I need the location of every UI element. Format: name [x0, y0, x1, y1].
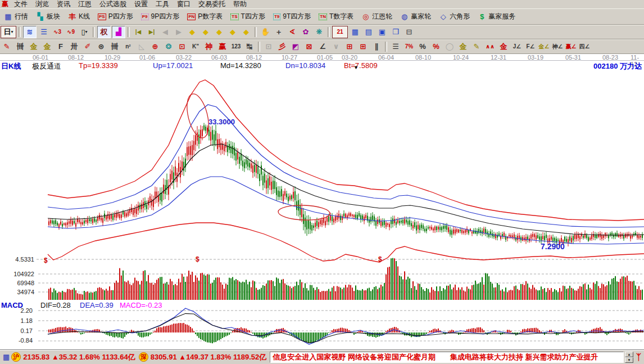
9t-square-button[interactable]: T99T四方形: [269, 9, 315, 24]
circle-gauge-tool[interactable]: ⊛: [95, 41, 107, 52]
spinner-up-button[interactable]: ▲: [625, 352, 633, 357]
diamond-compress-button[interactable]: ◆: [226, 26, 239, 38]
first-page-button[interactable]: |◀: [132, 26, 144, 38]
notepad-button[interactable]: ▤: [362, 26, 375, 38]
k-quote-tool[interactable]: K": [189, 41, 202, 52]
shen-angle-tool[interactable]: 神∠: [551, 41, 564, 52]
t-square-button[interactable]: TST四方形: [226, 9, 269, 24]
wave-9-tool[interactable]: ∿9: [65, 26, 77, 38]
diamond-shrink-left-button[interactable]: ◆: [186, 26, 198, 38]
menu-item-3[interactable]: 江恩: [74, 0, 96, 9]
gann-fan-tool[interactable]: 彡: [276, 41, 288, 52]
chevron-down-icon[interactable]: ▾: [11, 27, 13, 37]
numbered-grid-tool[interactable]: 123: [230, 41, 242, 52]
j-angle-tool[interactable]: J∠: [511, 41, 523, 52]
percent-tool[interactable]: %: [416, 41, 429, 52]
restore-rights-tool[interactable]: 权: [97, 26, 111, 38]
fan-square-tool[interactable]: ◩: [289, 41, 302, 52]
shen-grid-tool[interactable]: 神: [203, 41, 215, 52]
menu-item-6[interactable]: 工具: [152, 0, 173, 9]
angle-measure-tool[interactable]: ∢: [286, 26, 298, 38]
net-square-tool[interactable]: ⊠: [303, 41, 315, 52]
period-day-dropdown[interactable]: 日▾: [1, 26, 16, 38]
sectors-button[interactable]: ▚板块: [32, 9, 64, 24]
circle-cross-tool[interactable]: ⊕: [149, 41, 161, 52]
menu-item-5[interactable]: 设置: [130, 0, 152, 9]
level-steps-tool[interactable]: ☰: [389, 41, 402, 52]
width-measure-tool[interactable]: ↹: [243, 41, 256, 52]
quote-grid-icon[interactable]: ▦: [3, 353, 10, 361]
chevron-down-icon[interactable]: ▾: [85, 27, 88, 37]
n2-grid-tool[interactable]: n²: [122, 41, 134, 52]
frame-tool[interactable]: ⊡: [262, 41, 275, 52]
menu-item-9[interactable]: 帮助: [229, 0, 251, 9]
time-grid-tool[interactable]: 卌: [14, 41, 26, 52]
percent-retrace-tool[interactable]: 7%: [403, 41, 415, 52]
net-save-button[interactable]: ❒: [389, 26, 402, 38]
gold-brush-tool[interactable]: ✎: [470, 41, 483, 52]
gann-wheel-button[interactable]: ◎江恩轮: [357, 9, 396, 24]
winner-wheel-button[interactable]: ◍赢家轮: [396, 9, 435, 24]
quotes-button[interactable]: ▦行情: [0, 9, 32, 24]
last-page-button[interactable]: ▶|: [146, 26, 158, 38]
trend-mode-tool[interactable]: ≋: [23, 26, 37, 38]
diamond-expand-button[interactable]: ◆: [213, 26, 225, 38]
grid-box-2-tool[interactable]: ⊞: [357, 41, 369, 52]
spinner-down-button[interactable]: ▼: [625, 357, 633, 363]
menu-item-0[interactable]: 文件: [10, 0, 31, 9]
pen-tool[interactable]: ✎: [1, 41, 13, 52]
diamond-shrink-right-button[interactable]: ◆: [199, 26, 212, 38]
crosshair-tool[interactable]: ＋: [273, 26, 285, 38]
p-number-table-button[interactable]: PNP数字表: [183, 9, 226, 24]
gold-levels-tool[interactable]: 金: [457, 41, 469, 52]
info-list-tool[interactable]: ☰: [38, 26, 50, 38]
gold-box-tool[interactable]: 金: [497, 41, 510, 52]
angle-lines-tool[interactable]: ∠: [316, 41, 329, 52]
protractor-tool[interactable]: ◺: [135, 41, 148, 52]
calendar-21-button[interactable]: 21: [332, 26, 348, 38]
gold-grid-tool[interactable]: 金: [28, 41, 40, 52]
winner-service-button[interactable]: $赢家服务: [474, 9, 519, 24]
next-screen-button[interactable]: ▶: [173, 26, 185, 38]
pen-2-tool[interactable]: ✐: [81, 41, 94, 52]
spiral-grid-tool[interactable]: 卅: [68, 41, 80, 52]
gold-grid-2-tool[interactable]: 金: [41, 41, 53, 52]
t-number-table-button[interactable]: TNT数字表: [315, 9, 357, 24]
calculator-button[interactable]: ▦: [349, 26, 361, 38]
pan-hand-tool[interactable]: ✋: [259, 26, 271, 38]
gann-shell-tool[interactable]: ❋: [313, 26, 325, 38]
percent-lines-tool[interactable]: %: [430, 41, 442, 52]
ying-angle-tool[interactable]: 赢∠: [565, 41, 577, 52]
four-angle-tool[interactable]: 四∠: [578, 41, 591, 52]
save-button[interactable]: ▣: [376, 26, 388, 38]
petal-circle-tool[interactable]: ❂: [162, 41, 175, 52]
parallel-lines-tool[interactable]: ∥: [370, 41, 383, 52]
gold-circle-tool[interactable]: ◯: [443, 41, 456, 52]
kline-button[interactable]: 丰K线: [64, 9, 94, 24]
prev-screen-button[interactable]: ◀: [159, 26, 171, 38]
menu-item-2[interactable]: 资讯: [53, 0, 74, 9]
menu-item-7[interactable]: 窗口: [173, 0, 194, 9]
ying-grid-tool[interactable]: 赢: [216, 41, 229, 52]
gold-angle-tool[interactable]: 金∠: [538, 41, 550, 52]
p-square-button[interactable]: PSP四方形: [94, 9, 137, 24]
intraday-chart-tool[interactable]: ▟: [112, 26, 125, 38]
boxed-circle-tool[interactable]: ⊡: [176, 41, 188, 52]
menu-item-8[interactable]: 交易委托: [194, 0, 229, 9]
menu-item-4[interactable]: 公式选股: [96, 0, 130, 9]
9p-square-button[interactable]: P99P四方形: [137, 9, 183, 24]
grid-box-tool[interactable]: ⊞: [343, 41, 356, 52]
wave-3-tool[interactable]: ∿3: [51, 26, 64, 38]
hexagon-button[interactable]: ◇六角形: [435, 9, 474, 24]
fib-grid-tool[interactable]: F: [55, 41, 67, 52]
zigzag-tool[interactable]: ∨: [330, 41, 342, 52]
candle-style-dropdown[interactable]: ▯▾: [78, 26, 90, 38]
menu-item-1[interactable]: 浏览: [31, 0, 53, 9]
volume-bar: [305, 283, 306, 300]
f-angle-tool[interactable]: F∠: [524, 41, 537, 52]
gann-flower-tool[interactable]: ✿: [300, 26, 312, 38]
double-top-tool[interactable]: ∧∧: [484, 41, 496, 52]
plain-grid-tool[interactable]: 卌: [108, 41, 121, 52]
diamond-reset-button[interactable]: ◆: [240, 26, 252, 38]
print-button[interactable]: ⊟: [403, 26, 415, 38]
